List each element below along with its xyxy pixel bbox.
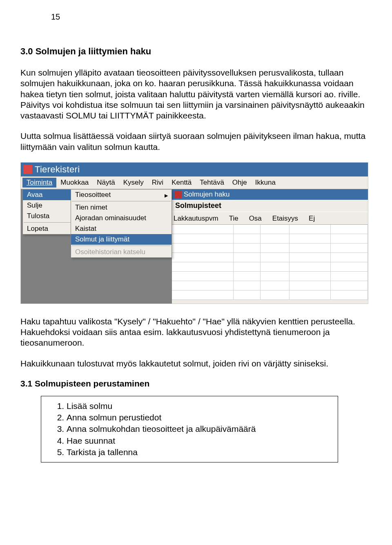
- table-row[interactable]: [172, 225, 368, 234]
- dd2-tien-nimet[interactable]: Tien nimet: [71, 202, 172, 213]
- grid-header-row: Lakkautuspvm Tie Osa Etaisyys Ej: [172, 212, 368, 225]
- app-title: Tierekisteri: [35, 164, 80, 175]
- section-heading: 3.0 Solmujen ja liittymien haku: [20, 46, 372, 57]
- col-osa: Osa: [249, 214, 262, 223]
- list-item: Tarkista ja tallenna: [67, 447, 326, 458]
- list-item: Lisää solmu: [67, 400, 326, 412]
- paragraph: Haku tapahtuu valikosta "Kysely" / "Haku…: [20, 316, 372, 348]
- form-header: Solmupisteet: [172, 200, 368, 212]
- menu-ohje[interactable]: Ohje: [228, 178, 251, 188]
- col-ej: Ej: [309, 214, 315, 223]
- menu-kysely[interactable]: Kysely: [119, 178, 148, 188]
- titlebar: Tierekisteri: [21, 163, 368, 176]
- list-item: Hae suunnat: [67, 435, 326, 447]
- dd-separator: [72, 246, 171, 246]
- dd2-tieosoitteet-label: Tieosoitteet: [75, 191, 111, 199]
- table-row[interactable]: [172, 262, 368, 272]
- paragraph: Uutta solmua lisättäessä voidaan siirtyä…: [20, 131, 372, 152]
- menu-ikkuna[interactable]: Ikkuna: [251, 178, 280, 188]
- dd-separator: [24, 222, 71, 223]
- table-row[interactable]: [172, 290, 368, 300]
- menu-toiminta[interactable]: Toiminta: [22, 178, 56, 188]
- menubar: Toiminta Muokkaa Näytä Kysely Rivi Kentt…: [21, 176, 368, 189]
- menu-rivi[interactable]: Rivi: [148, 178, 167, 188]
- child-window: Solmujen haku Solmupisteet Lakkautuspvm …: [172, 189, 368, 304]
- col-tie: Tie: [229, 214, 238, 223]
- list-item: Anna solmukohdan tieosoitteet ja alkupäi…: [67, 423, 326, 435]
- table-row[interactable]: [172, 243, 368, 253]
- col-etaisyys: Etaisyys: [272, 214, 298, 223]
- menu-nayta[interactable]: Näytä: [93, 178, 119, 188]
- steps-list: Lisää solmu Anna solmun perustiedot Anna…: [53, 400, 326, 458]
- workarea: Avaa Sulje Tulosta Lopeta Tieosoitteet ▸…: [21, 189, 368, 304]
- table-row[interactable]: [172, 281, 368, 290]
- list-item: Anna solmun perustiedot: [67, 412, 326, 423]
- dd-separator: [72, 201, 171, 201]
- table-row[interactable]: [172, 272, 368, 281]
- window-icon: [174, 191, 182, 198]
- dd-sulje[interactable]: Sulje: [23, 200, 72, 211]
- col-lakkautuspvm: Lakkautuspvm: [174, 214, 218, 223]
- steps-box: Lisää solmu Anna solmun perustiedot Anna…: [41, 396, 338, 463]
- dd2-solmut-liittymat[interactable]: Solmut ja liittymät: [71, 234, 172, 245]
- document-page: 15 3.0 Solmujen ja liittymien haku Kun s…: [0, 0, 392, 479]
- paragraph: Hakuikkunaan tulostuvat myös lakkautetut…: [20, 358, 372, 369]
- avaa-submenu: Tieosoitteet ▸ Tien nimet Ajoradan omina…: [71, 189, 172, 258]
- dd2-ajoradan[interactable]: Ajoradan ominaisuudet: [71, 213, 172, 223]
- menu-kentta[interactable]: Kenttä: [167, 178, 196, 188]
- app-icon: [23, 165, 32, 174]
- table-row[interactable]: [172, 234, 368, 243]
- child-window-titlebar: Solmujen haku: [172, 189, 368, 200]
- app-screenshot: Tierekisteri Toiminta Muokkaa Näytä Kyse…: [20, 162, 368, 304]
- toiminta-dropdown: Avaa Sulje Tulosta Lopeta: [22, 189, 72, 235]
- dd2-osoitehistoria[interactable]: Osoitehistorian katselu: [71, 247, 172, 257]
- menu-muokkaa[interactable]: Muokkaa: [56, 178, 93, 188]
- dd-avaa[interactable]: Avaa: [23, 190, 72, 200]
- dd-tulosta[interactable]: Tulosta: [23, 211, 72, 221]
- menu-tehtava[interactable]: Tehtävä: [196, 178, 228, 188]
- arrow-right-icon: ▸: [165, 191, 168, 200]
- grid-rows: [172, 225, 368, 300]
- subsection-heading: 3.1 Solmupisteen perustaminen: [20, 379, 372, 389]
- dd2-tieosoitteet[interactable]: Tieosoitteet ▸: [71, 190, 172, 200]
- table-row[interactable]: [172, 253, 368, 262]
- dd-lopeta[interactable]: Lopeta: [23, 223, 72, 234]
- page-number: 15: [51, 12, 372, 22]
- child-window-title: Solmujen haku: [184, 190, 229, 199]
- dd2-kaistat[interactable]: Kaistat: [71, 223, 172, 234]
- paragraph: Kun solmujen ylläpito avataan tieosoitte…: [20, 67, 372, 121]
